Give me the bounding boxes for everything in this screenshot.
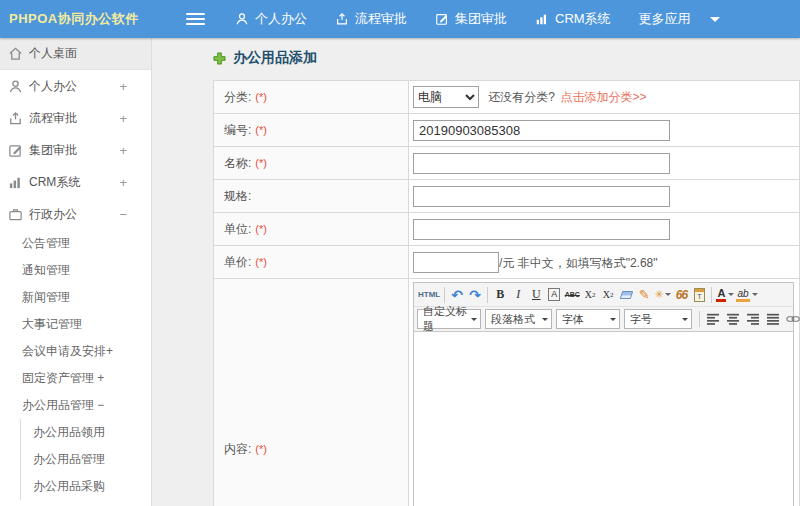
paste-plain-button[interactable]: T — [690, 285, 708, 305]
nav-label: 集团审批 — [455, 10, 507, 28]
price-input[interactable] — [413, 252, 499, 273]
bold-button[interactable]: B — [491, 285, 509, 305]
nav-group-approval[interactable]: 集团审批 — [435, 10, 507, 28]
nav-crm-system[interactable]: CRM系统 — [535, 10, 611, 28]
nav-personal-office[interactable]: 个人办公 — [235, 10, 307, 28]
align-right-button[interactable] — [743, 309, 763, 329]
format-painter-button[interactable]: ✳ — [653, 285, 672, 305]
add-category-link[interactable]: 点击添加分类>> — [560, 90, 646, 104]
sidebar-item-group-approval[interactable]: 集团审批 + — [0, 134, 151, 166]
add-icon — [213, 52, 226, 65]
superscript-button[interactable]: X2 — [581, 285, 599, 305]
form-row-name: 名称:(*) — [214, 147, 800, 180]
sidebar-subitem-office-supplies-mgmt[interactable]: 办公用品管理 − — [0, 392, 151, 419]
toolbar-separator — [487, 287, 488, 303]
sidebar-subitem-label: 会议申请及安排+ — [22, 343, 113, 360]
caret-down-icon — [728, 293, 734, 296]
insert-link-button[interactable] — [783, 309, 800, 329]
main-content: 办公用品添加 分类:(*) 电脑 还没有分类? 点击添加分类>> 编号:(*) — [152, 38, 800, 506]
category-label: 分类: — [224, 90, 251, 104]
collapse-toggle[interactable]: − — [119, 207, 151, 222]
sidebar: 个人桌面 个人办公 + 流程审批 + 集团审批 + — [0, 38, 152, 506]
paragraph-format-select[interactable]: 段落格式 — [485, 309, 552, 329]
name-input[interactable] — [413, 153, 670, 174]
spec-label: 规格: — [224, 189, 251, 203]
user-icon — [235, 12, 249, 26]
sidebar-item-label: 办公用品采购 — [33, 478, 105, 495]
sidebar-item-label: 集团审批 — [29, 142, 77, 159]
category-hint: 还没有分类? — [488, 90, 555, 104]
sidebar-item-workflow-approval[interactable]: 流程审批 + — [0, 102, 151, 134]
expand-toggle[interactable]: + — [119, 79, 151, 94]
expand-toggle[interactable]: + — [119, 175, 151, 190]
unit-input[interactable] — [413, 219, 670, 240]
autotypeset-button[interactable]: A — [545, 285, 563, 305]
font-color-icon: A — [716, 288, 726, 302]
align-left-button[interactable] — [703, 309, 723, 329]
expand-toggle[interactable]: + — [119, 111, 151, 126]
align-justify-button[interactable] — [763, 309, 783, 329]
approval-edit-icon — [435, 12, 449, 26]
sidebar-item-label: 行政办公 — [29, 206, 77, 223]
spec-input[interactable] — [413, 186, 670, 207]
editor-content-area[interactable] — [414, 331, 793, 506]
nav-label: 流程审批 — [355, 10, 407, 28]
briefcase-icon — [8, 207, 23, 222]
sidebar-subitem-meeting-mgmt[interactable]: 会议申请及安排+ — [0, 338, 151, 365]
sidebar-subitem-memorabilia-mgmt[interactable]: 大事记管理 — [0, 311, 151, 338]
caret-down-icon — [752, 293, 758, 296]
caret-down-icon — [710, 17, 720, 22]
required-mark: (*) — [255, 443, 267, 455]
sidebar-item-personal-office[interactable]: 个人办公 + — [0, 70, 151, 102]
font-color-button[interactable]: A — [715, 285, 735, 305]
clear-doc-button[interactable]: ✎ — [635, 285, 653, 305]
blockquote-button[interactable]: 66 — [672, 285, 690, 305]
sidebar-subitem-notice-mgmt[interactable]: 通知管理 — [0, 257, 151, 284]
custom-title-select[interactable]: 自定义标题 — [417, 309, 481, 329]
strikethrough-button[interactable]: ABC — [563, 285, 581, 305]
app-body: 个人桌面 个人办公 + 流程审批 + 集团审批 + — [0, 38, 800, 506]
sidebar-item-crm-system[interactable]: CRM系统 + — [0, 166, 151, 198]
category-select[interactable]: 电脑 — [413, 86, 479, 108]
sidebar-item-personal-desktop[interactable]: 个人桌面 — [0, 38, 151, 70]
nav-more-apps[interactable]: 更多应用 — [639, 10, 720, 28]
remove-format-button[interactable] — [617, 285, 635, 305]
user-icon — [8, 79, 23, 94]
menu-toggle-icon[interactable] — [186, 13, 205, 25]
required-mark: (*) — [255, 157, 267, 169]
expand-toggle[interactable]: + — [119, 143, 151, 158]
form-row-category: 分类:(*) 电脑 还没有分类? 点击添加分类>> — [214, 81, 800, 114]
sidebar-item-supplies-requisition[interactable]: 办公用品领用 — [21, 419, 151, 446]
align-justify-icon — [766, 313, 780, 325]
subscript-button[interactable]: X2 — [599, 285, 617, 305]
source-code-button[interactable]: HTML — [417, 285, 441, 305]
code-input[interactable] — [413, 120, 670, 141]
sidebar-item-admin-office[interactable]: 行政办公 − — [0, 198, 151, 230]
nav-workflow-approval[interactable]: 流程审批 — [335, 10, 407, 28]
required-mark: (*) — [255, 256, 267, 268]
sidebar-subitem-news-mgmt[interactable]: 新闻管理 — [0, 284, 151, 311]
sidebar-subitem-announcement-mgmt[interactable]: 公告管理 — [0, 230, 151, 257]
highlight-color-button[interactable]: ab — [735, 285, 758, 305]
home-icon — [8, 46, 23, 61]
font-size-select[interactable]: 字号 — [624, 309, 692, 329]
workflow-icon — [335, 12, 349, 26]
underline-button[interactable]: U — [527, 285, 545, 305]
align-left-icon — [706, 313, 720, 325]
redo-button[interactable]: ↷ — [466, 285, 484, 305]
sidebar-item-supplies-management[interactable]: 办公用品管理 — [21, 446, 151, 473]
price-label: 单价: — [224, 255, 251, 269]
sidebar-third-level-group: 办公用品领用 办公用品管理 办公用品采购 — [20, 419, 151, 500]
sidebar-subitem-label: 办公用品管理 − — [22, 397, 104, 414]
required-mark: (*) — [255, 223, 267, 235]
toolbar-separator — [699, 311, 700, 327]
italic-button[interactable]: I — [509, 285, 527, 305]
unit-label: 单位: — [224, 222, 251, 236]
combo-label: 字体 — [562, 312, 584, 327]
align-center-button[interactable] — [723, 309, 743, 329]
sidebar-subitem-fixed-assets-mgmt[interactable]: 固定资产管理 + — [0, 365, 151, 392]
sidebar-item-label: 个人桌面 — [29, 45, 77, 62]
undo-button[interactable]: ↶ — [448, 285, 466, 305]
font-family-select[interactable]: 字体 — [556, 309, 620, 329]
sidebar-item-supplies-purchase[interactable]: 办公用品采购 — [21, 473, 151, 500]
